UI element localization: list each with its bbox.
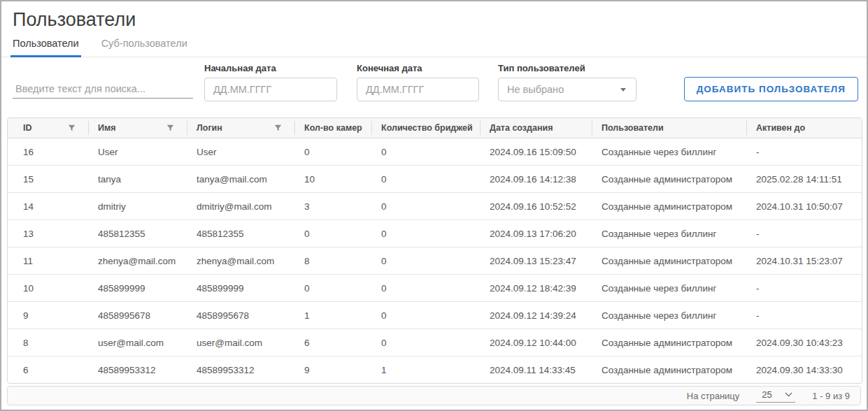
end-date-input[interactable] (357, 78, 479, 101)
table-cell: 2024.10.31 10:50:07 (746, 193, 862, 220)
table-cell: 2024.09.16 14:12:38 (480, 166, 592, 193)
start-date-label: Начальная дата (204, 63, 337, 73)
table-cell: 1 (294, 302, 371, 329)
pagination-bar: На страницу 25 1 - 9 из 9 (7, 386, 861, 405)
table-cell: - (746, 275, 862, 302)
column-header-label: Кол-во камер (304, 123, 362, 133)
search-input[interactable] (13, 80, 193, 99)
add-user-button[interactable]: ДОБАВИТЬ ПОЛЬЗОВАТЕЛЯ (684, 77, 858, 101)
table-cell: Созданные администратором (592, 166, 746, 193)
table-row[interactable]: 11zhenya@mail.comzhenya@mail.com802024.0… (8, 247, 862, 275)
table-cell: 9 (294, 356, 371, 384)
pagination-range: 1 - 9 из 9 (812, 391, 850, 401)
funnel-icon[interactable] (274, 124, 282, 132)
table-cell: dmitriy@mail.com (187, 193, 294, 220)
table-cell: 0 (294, 220, 371, 247)
table-cell: 2024.09.13 17:06:20 (480, 220, 592, 247)
per-page-select[interactable]: 25 (756, 389, 795, 403)
table-cell: zhenya@mail.com (187, 247, 294, 275)
table-cell: 4858995678 (187, 302, 294, 329)
end-date-group: Конечная дата (357, 63, 479, 101)
table-cell: tanya (88, 166, 187, 193)
column-header-4[interactable]: Количество бриджей (371, 118, 480, 138)
table-cell: 2024.09.16 15:09:50 (480, 138, 592, 166)
table-cell: user@mail.com (187, 329, 294, 356)
table-row[interactable]: 15tanyatanya@mail.com1002024.09.16 14:12… (8, 166, 862, 193)
table-row[interactable]: 14dmitriydmitriy@mail.com302024.09.16 10… (8, 193, 862, 220)
user-type-selected-value: Не выбрано (507, 84, 564, 95)
per-page-value: 25 (762, 389, 771, 400)
funnel-icon[interactable] (166, 124, 174, 132)
table-cell: 4858995678 (88, 302, 187, 329)
column-header-3[interactable]: Кол-во камер (294, 118, 371, 138)
table-cell: 10 (294, 166, 371, 193)
table-row[interactable]: 16UserUser002024.09.16 15:09:50Созданные… (8, 138, 862, 166)
table-row[interactable]: 64858995331248589953312912024.09.11 14:3… (8, 356, 862, 384)
table-cell: Созданные администратором (592, 329, 746, 356)
column-header-2[interactable]: Логин (187, 118, 294, 138)
user-type-select[interactable]: Не выбрано (498, 78, 636, 101)
funnel-icon[interactable] (68, 124, 76, 132)
tabs-bar: Пользователи Суб-пользователи (1, 38, 867, 57)
table-cell: 11 (8, 247, 88, 275)
end-date-label: Конечная дата (357, 63, 479, 73)
table-cell: 0 (294, 275, 371, 302)
table-cell: 6 (8, 356, 88, 384)
table-cell: 2024.09.30 14:33:30 (746, 356, 862, 384)
table-cell: 48589953312 (187, 356, 294, 384)
users-table: IDИмяЛогинКол-во камерКоличество бриджей… (7, 117, 862, 384)
column-header-0[interactable]: ID (8, 118, 88, 138)
table-cell: 0 (294, 138, 371, 166)
table-cell: 8 (294, 247, 371, 275)
start-date-group: Начальная дата (204, 63, 337, 101)
table-cell: 0 (371, 302, 480, 329)
filters-bar: Начальная дата Конечная дата Тип пользов… (1, 57, 867, 112)
table-cell: dmitriy (88, 193, 187, 220)
column-header-6[interactable]: Пользователи (592, 118, 746, 138)
table-cell: 0 (371, 329, 480, 356)
table-cell: 485899999 (187, 275, 294, 302)
table-cell: Созданные через биллинг (592, 302, 746, 329)
table-cell: 485812355 (187, 220, 294, 247)
column-header-label: Количество бриджей (381, 123, 473, 133)
user-type-group: Тип пользователей Не выбрано (498, 63, 636, 101)
table-cell: Созданные администратором (592, 247, 746, 275)
column-header-label: Дата создания (490, 123, 553, 133)
column-header-label: Активен до (756, 123, 805, 133)
table-row[interactable]: 10485899999485899999002024.09.12 18:42:3… (8, 275, 862, 302)
table-cell: 9 (8, 302, 88, 329)
table-cell: 14 (8, 193, 88, 220)
table-cell: 0 (371, 220, 480, 247)
table-cell: 485899999 (88, 275, 187, 302)
user-type-label: Тип пользователей (498, 63, 636, 73)
table-cell: 2024.09.13 15:23:47 (480, 247, 592, 275)
tab-sub-users[interactable]: Суб-пользователи (99, 38, 190, 57)
column-header-label: ID (23, 123, 32, 133)
table-cell: 8 (8, 329, 88, 356)
table-cell: 0 (371, 193, 480, 220)
table-row[interactable]: 13485812355485812355002024.09.13 17:06:2… (8, 220, 862, 247)
table-cell: Созданные через биллинг (592, 275, 746, 302)
table-cell: 2024.10.31 15:23:07 (746, 247, 862, 275)
column-header-7[interactable]: Активен до (746, 118, 862, 138)
table-row[interactable]: 8user@mail.comuser@mail.com602024.09.12 … (8, 329, 862, 356)
table-cell: 2024.09.11 14:33:45 (480, 356, 592, 384)
table-cell: 13 (8, 220, 88, 247)
table-cell: 1 (371, 356, 480, 384)
table-cell: 2024.09.16 10:52:52 (480, 193, 592, 220)
table-row[interactable]: 948589956784858995678102024.09.12 14:39:… (8, 302, 862, 329)
table-cell: Созданные через биллинг (592, 220, 746, 247)
table-cell: Созданные через биллинг (592, 138, 746, 166)
table-cell: user@mail.com (88, 329, 187, 356)
tab-users[interactable]: Пользователи (10, 38, 81, 57)
per-page-label: На страницу (687, 391, 740, 401)
table-cell: zhenya@mail.com (88, 247, 187, 275)
column-header-5[interactable]: Дата создания (480, 118, 592, 138)
column-header-1[interactable]: Имя (88, 118, 187, 138)
table-cell: - (746, 138, 862, 166)
table-cell: 0 (371, 166, 480, 193)
start-date-input[interactable] (204, 78, 337, 101)
page-title: Пользователи (13, 8, 867, 31)
table-cell: - (746, 220, 862, 247)
table-cell: tanya@mail.com (187, 166, 294, 193)
